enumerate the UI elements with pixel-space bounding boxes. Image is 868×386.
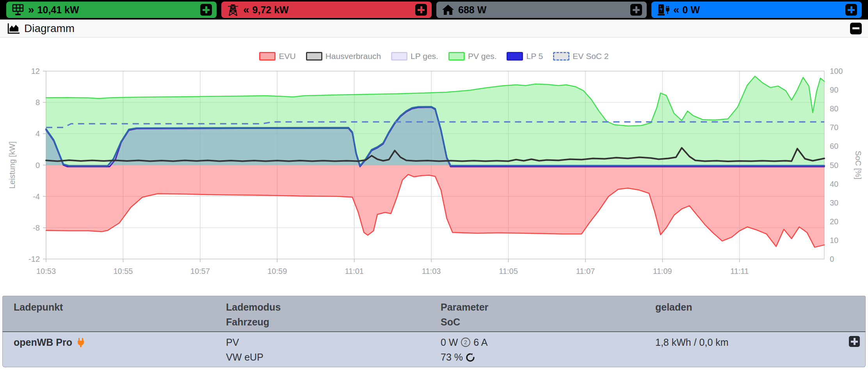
svg-text:10:57: 10:57	[190, 267, 210, 275]
legend-item-hausverbrauch[interactable]: Hausverbrauch	[306, 52, 381, 61]
plus-square-icon[interactable]	[845, 4, 857, 16]
svg-text:-8: -8	[33, 223, 40, 232]
col-soc: SoC	[441, 316, 460, 328]
param-current: 6 A	[473, 337, 487, 348]
svg-text:10:55: 10:55	[113, 267, 133, 275]
svg-text:10:53: 10:53	[36, 267, 56, 275]
charge-mode: PV	[226, 337, 239, 348]
svg-text:100: 100	[830, 67, 843, 75]
house-icon	[441, 3, 455, 17]
row-plus-icon[interactable]	[849, 336, 860, 347]
status-box-pv[interactable]: » 10,41 kW	[6, 2, 217, 18]
legend-swatch	[448, 52, 465, 61]
svg-text:8: 8	[36, 98, 40, 107]
svg-text:50: 50	[830, 161, 838, 170]
legend-item-lp-5[interactable]: LP 5	[507, 52, 543, 61]
legend-label: EVU	[279, 52, 295, 61]
chargepoint-name: openWB Pro	[14, 337, 72, 348]
svg-text:30: 30	[830, 198, 838, 207]
svg-text:60: 60	[830, 142, 838, 150]
plus-square-icon[interactable]	[415, 4, 427, 16]
pylon-icon	[226, 3, 240, 17]
svg-text:11:03: 11:03	[422, 267, 441, 275]
soc-value: 73 %	[441, 352, 463, 363]
legend-item-ev-soc-2[interactable]: EV SoC 2	[553, 52, 608, 61]
svg-text:70: 70	[830, 123, 838, 132]
flow-arrow: «	[243, 4, 249, 16]
svg-text:90: 90	[830, 86, 838, 94]
flow-arrow: «	[673, 4, 679, 16]
legend-swatch	[553, 52, 569, 61]
legend-item-pv-ges-[interactable]: PV ges.	[448, 52, 497, 61]
plus-square-icon[interactable]	[630, 4, 642, 16]
legend-label: LP ges.	[411, 52, 438, 61]
svg-text:12: 12	[31, 67, 40, 75]
svg-text:2: 2	[464, 339, 468, 345]
col-fahrzeug: Fahrzeug	[226, 316, 269, 328]
plus-square-icon[interactable]	[200, 4, 212, 16]
charged-energy: 1,8 kWh / 0,0 km	[655, 337, 729, 348]
power-soc-chart: -12-8-404812010203040506070809010010:531…	[0, 66, 868, 294]
svg-text:-12: -12	[28, 255, 40, 263]
svg-text:20: 20	[830, 217, 838, 226]
flow-arrow: »	[28, 4, 34, 16]
svg-text:11:01: 11:01	[345, 267, 364, 275]
solar-panel-icon	[11, 3, 25, 17]
legend-label: EV SoC 2	[573, 52, 608, 61]
diagram-header: Diagramm	[0, 20, 868, 38]
chargepoint-row[interactable]: openWB Pro PV VW eUP 0 W 2 6 A 73 %	[2, 332, 866, 367]
phases-icon: 2	[461, 337, 471, 347]
area-chart-icon	[6, 22, 20, 35]
svg-text:11:09: 11:09	[653, 267, 672, 275]
table-header: Ladepunkt Lademodus Fahrzeug Parameter S…	[2, 296, 866, 332]
vehicle-name: VW eUP	[226, 352, 263, 363]
svg-text:11:05: 11:05	[499, 267, 518, 275]
svg-text:11:07: 11:07	[576, 267, 595, 275]
svg-text:0: 0	[36, 161, 40, 170]
col-ladepunkt: Ladepunkt	[14, 302, 63, 313]
svg-text:-4: -4	[33, 192, 40, 201]
legend-swatch	[259, 52, 276, 61]
svg-text:4: 4	[36, 129, 40, 138]
status-box-charge[interactable]: « 0 W	[651, 2, 862, 18]
pv-power-value: 10,41 kW	[37, 4, 79, 16]
plug-icon	[76, 338, 85, 348]
legend-swatch	[507, 52, 523, 61]
status-box-grid[interactable]: « 9,72 kW	[221, 2, 432, 18]
svg-text:10: 10	[830, 236, 838, 245]
charge-power-value: 0 W	[683, 4, 700, 16]
svg-text:40: 40	[830, 180, 838, 188]
right-axis-title: SoC [%]	[854, 151, 863, 179]
legend-item-lp-ges-[interactable]: LP ges.	[391, 52, 438, 61]
top-status-bar: » 10,41 kW « 9,72 kW 688 W	[0, 0, 868, 20]
chargepoint-table: Ladepunkt Lademodus Fahrzeug Parameter S…	[2, 296, 866, 367]
house-power-value: 688 W	[458, 4, 486, 16]
grid-power-value: 9,72 kW	[253, 4, 289, 16]
legend-label: LP 5	[526, 52, 543, 61]
chart-legend: EVUHausverbrauchLP ges.PV ges.LP 5EV SoC…	[0, 52, 868, 61]
collapse-minus-icon[interactable]	[850, 23, 862, 34]
svg-text:0: 0	[830, 255, 834, 263]
col-lademodus: Lademodus	[226, 302, 281, 313]
legend-swatch	[306, 52, 322, 61]
legend-item-evu[interactable]: EVU	[259, 52, 295, 61]
svg-text:11:11: 11:11	[730, 267, 749, 275]
left-axis-title: Leistung [kW]	[8, 141, 16, 189]
page-title: Diagramm	[24, 22, 75, 35]
col-parameter: Parameter	[441, 302, 488, 313]
charging-station-icon	[656, 3, 670, 17]
col-geladen: geladen	[655, 302, 692, 313]
legend-label: Hausverbrauch	[326, 52, 381, 61]
svg-text:10:59: 10:59	[267, 267, 287, 275]
legend-label: PV ges.	[468, 52, 497, 61]
svg-text:80: 80	[830, 104, 838, 113]
refresh-icon[interactable]	[466, 353, 475, 362]
legend-swatch	[391, 52, 407, 61]
status-box-house[interactable]: 688 W	[436, 2, 647, 18]
param-power: 0 W	[441, 337, 458, 348]
